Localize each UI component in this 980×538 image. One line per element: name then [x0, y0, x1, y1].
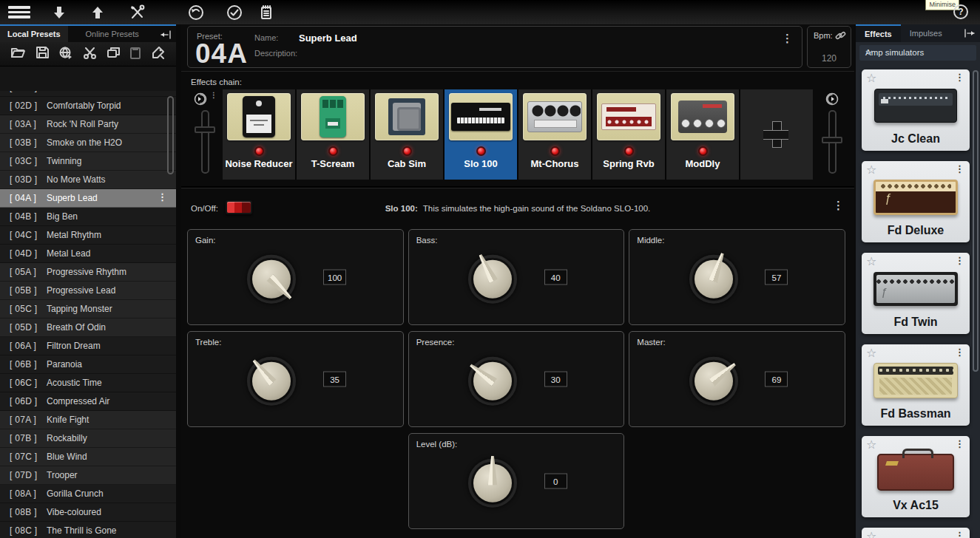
paste-icon[interactable]: [129, 46, 141, 63]
amp-card-fd-twin[interactable]: ☆ ⋮ Fd Twin: [862, 253, 970, 334]
open-folder-icon[interactable]: [10, 46, 26, 62]
confirm-check-icon[interactable]: [219, 0, 250, 24]
kebab-menu-icon[interactable]: ⋮: [955, 531, 964, 538]
star-favorite-icon[interactable]: ☆: [866, 163, 876, 177]
preset-row-trooper[interactable]: [ 07D ] Trooper: [0, 466, 176, 485]
save-icon[interactable]: [36, 46, 50, 62]
preset-row-rock-n-roll-party[interactable]: [ 03A ] Rock 'N Roll Party: [0, 115, 176, 134]
tools-icon[interactable]: [115, 0, 160, 24]
kebab-menu-icon[interactable]: ⋮: [158, 191, 167, 202]
menu-icon[interactable]: [0, 0, 38, 24]
preset-row-filtron-dream[interactable]: [ 06A ] Filtron Dream: [0, 337, 176, 355]
effect-led-indicator[interactable]: [550, 146, 560, 156]
online-library-icon[interactable]: [58, 46, 73, 63]
output-level-slider-thumb[interactable]: [822, 137, 842, 143]
star-favorite-icon[interactable]: ☆: [866, 437, 876, 452]
kebab-menu-icon[interactable]: ⋮: [955, 72, 964, 82]
preset-row-superb-lead[interactable]: [ 04A ] Superb Lead ⋮: [0, 189, 176, 208]
bpm-link-icon[interactable]: [835, 30, 846, 44]
star-favorite-icon[interactable]: ☆: [866, 254, 876, 268]
preset-list-scrollbar[interactable]: [167, 96, 174, 174]
kebab-menu-icon[interactable]: ⋮: [833, 200, 844, 211]
amp-card-jc-clean[interactable]: ☆ ⋮ Jc Clean: [862, 69, 970, 151]
effect-led-indicator[interactable]: [624, 146, 634, 156]
preset-row-twinning[interactable]: [ 03C ] Twinning: [0, 152, 176, 171]
chain-slot-t-scream[interactable]: T-Scream: [297, 89, 369, 180]
knob[interactable]: [468, 255, 517, 304]
tab-impulses[interactable]: Impulses: [901, 24, 951, 42]
output-level-slider[interactable]: [828, 110, 837, 174]
kebab-menu-icon[interactable]: ⋮: [955, 347, 964, 357]
add-effect-button[interactable]: [740, 89, 813, 180]
control-value-box[interactable]: 40: [544, 270, 567, 285]
knob[interactable]: [689, 357, 738, 406]
undo-icon[interactable]: [173, 0, 219, 24]
knob[interactable]: [468, 459, 517, 508]
preset-row-progressive-lead[interactable]: [ 05B ] Progressive Lead: [0, 282, 176, 300]
output-node-icon[interactable]: [824, 91, 840, 110]
chain-slot-noise-reducer[interactable]: Noise Reducer: [223, 89, 295, 180]
chain-slot-moddly[interactable]: ModDly: [666, 89, 739, 180]
amp-card-fd-bassman[interactable]: ☆ ⋮ Fd Bassman: [862, 344, 970, 426]
input-node-icon[interactable]: [192, 91, 209, 110]
input-level-slider[interactable]: [201, 110, 209, 174]
chain-slot-cab-sim[interactable]: Cab Sim: [371, 89, 443, 180]
kebab-menu-icon[interactable]: ⋮: [782, 33, 793, 44]
chain-slot-spring-rvb[interactable]: Spring Rvb: [592, 89, 665, 180]
preset-name-value[interactable]: Superb Lead: [299, 33, 357, 44]
onoff-switch[interactable]: [226, 200, 252, 214]
preset-row-gorilla-crunch[interactable]: [ 08A ] Gorilla Crunch: [0, 485, 176, 503]
amp-card-vx-ac15[interactable]: ☆ ⋮ Vx Ac15: [862, 436, 970, 517]
preset-row-blues-breaker[interactable]: [ 02C ] Blues Breaker: [0, 91, 176, 97]
star-favorite-icon[interactable]: ☆: [866, 71, 876, 85]
chain-slot-mt-chorus[interactable]: Mt-Chorus: [518, 89, 591, 180]
knob[interactable]: [689, 255, 738, 304]
preset-row-breath-of-odin[interactable]: [ 05D ] Breath Of Odin: [0, 319, 176, 337]
copy-icon[interactable]: [107, 46, 121, 62]
preset-row-big-ben[interactable]: [ 04B ] Big Ben: [0, 208, 176, 226]
chain-slot-slo-100[interactable]: Slo 100: [445, 89, 517, 180]
knob[interactable]: [247, 255, 296, 304]
import-download-icon[interactable]: [38, 0, 80, 24]
preset-row-paranoia[interactable]: [ 06B ] Paranoia: [0, 355, 176, 374]
knob[interactable]: [247, 357, 296, 406]
preset-row-acoustic-time[interactable]: [ 06C ] Acoustic Time: [0, 374, 176, 392]
control-value-box[interactable]: 57: [765, 270, 788, 285]
preset-row-knife-fight[interactable]: [ 07A ] Knife Fight: [0, 411, 176, 429]
amp-card-fd-deluxe[interactable]: ☆ ⋮ Fd Deluxe: [862, 161, 970, 242]
preset-row-progressive-rhythm[interactable]: [ 05A ] Progressive Rhythm: [0, 263, 176, 282]
category-dropdown[interactable]: Amp simulators: [859, 45, 976, 61]
rename-tag-icon[interactable]: [151, 46, 166, 63]
effect-led-indicator[interactable]: [328, 146, 338, 156]
preset-row-blue-wind[interactable]: [ 07C ] Blue Wind: [0, 448, 176, 466]
control-value-box[interactable]: 0: [544, 474, 567, 489]
preset-row-no-more-watts[interactable]: [ 03D ] No More Watts: [0, 171, 176, 189]
preset-row-vibe-coloured[interactable]: [ 08B ] Vibe-coloured: [0, 503, 176, 522]
export-upload-icon[interactable]: [80, 0, 115, 24]
preset-row-smoke-on-the-h2o[interactable]: [ 03B ] Smoke on the H2O: [0, 134, 176, 152]
kebab-menu-icon[interactable]: ⋮: [210, 91, 217, 99]
control-value-box[interactable]: 100: [323, 270, 346, 285]
kebab-menu-icon[interactable]: ⋮: [955, 439, 964, 449]
preset-row-compressed-air[interactable]: [ 06D ] Compressed Air: [0, 392, 176, 411]
star-favorite-icon[interactable]: ☆: [866, 346, 876, 360]
preset-row-the-thrill-is-gone[interactable]: [ 08C ] The Thrill is Gone: [0, 522, 176, 538]
help-icon[interactable]: ?: [953, 4, 968, 19]
bpm-value[interactable]: 120: [808, 53, 851, 64]
star-favorite-icon[interactable]: ☆: [866, 529, 876, 538]
kebab-menu-icon[interactable]: ⋮: [955, 164, 964, 174]
cut-icon[interactable]: [83, 46, 97, 63]
tab-local-presets[interactable]: Local Presets: [0, 26, 68, 42]
effect-led-indicator[interactable]: [254, 146, 264, 156]
preset-row-metal-rhythm[interactable]: [ 04C ] Metal Rhythm: [0, 226, 176, 245]
amp-list-scrollbar[interactable]: [973, 70, 979, 372]
preset-row-rockabilly[interactable]: [ 07B ] Rockabilly: [0, 429, 176, 448]
control-value-box[interactable]: 69: [765, 372, 788, 387]
expand-panel-icon[interactable]: [964, 28, 976, 41]
preset-row-metal-lead[interactable]: [ 04D ] Metal Lead: [0, 245, 176, 263]
preset-row-comfortably-torpid[interactable]: [ 02D ] Comfortably Torpid: [0, 97, 176, 115]
collapse-panel-icon[interactable]: [160, 30, 172, 43]
preset-row-tapping-monster[interactable]: [ 05C ] Tapping Monster: [0, 300, 176, 319]
effect-led-indicator[interactable]: [476, 146, 486, 156]
input-level-slider-thumb[interactable]: [195, 126, 215, 133]
